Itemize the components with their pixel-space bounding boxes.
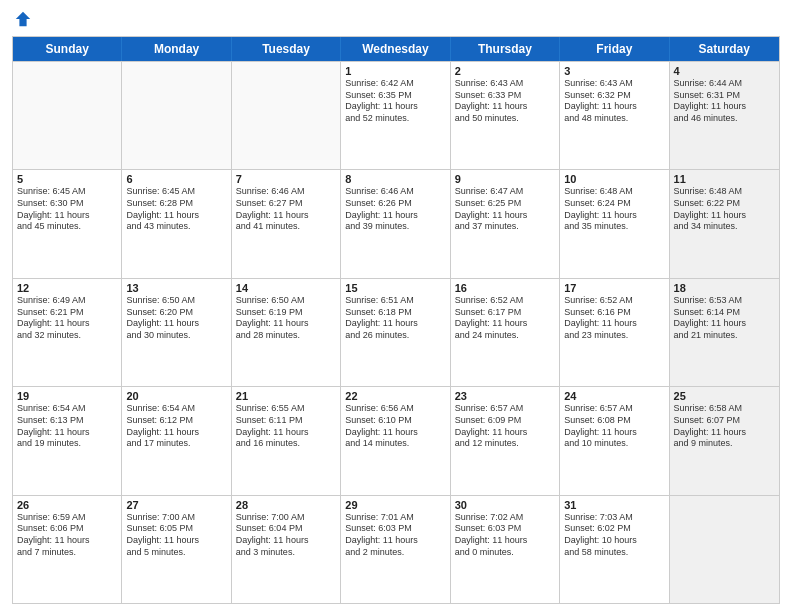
day-number: 13 [126, 282, 226, 294]
day-number: 21 [236, 390, 336, 402]
day-number: 6 [126, 173, 226, 185]
cell-details: Sunrise: 6:52 AM Sunset: 6:17 PM Dayligh… [455, 295, 555, 342]
calendar-cell: 19Sunrise: 6:54 AM Sunset: 6:13 PM Dayli… [13, 387, 122, 494]
calendar-container: SundayMondayTuesdayWednesdayThursdayFrid… [0, 0, 792, 612]
calendar-cell: 23Sunrise: 6:57 AM Sunset: 6:09 PM Dayli… [451, 387, 560, 494]
cell-details: Sunrise: 7:01 AM Sunset: 6:03 PM Dayligh… [345, 512, 445, 559]
calendar-cell: 14Sunrise: 6:50 AM Sunset: 6:19 PM Dayli… [232, 279, 341, 386]
day-number: 30 [455, 499, 555, 511]
cell-details: Sunrise: 7:00 AM Sunset: 6:04 PM Dayligh… [236, 512, 336, 559]
cell-details: Sunrise: 6:54 AM Sunset: 6:12 PM Dayligh… [126, 403, 226, 450]
cell-details: Sunrise: 6:48 AM Sunset: 6:22 PM Dayligh… [674, 186, 775, 233]
calendar-cell: 18Sunrise: 6:53 AM Sunset: 6:14 PM Dayli… [670, 279, 779, 386]
calendar-cell: 6Sunrise: 6:45 AM Sunset: 6:28 PM Daylig… [122, 170, 231, 277]
logo [12, 10, 32, 28]
day-number: 2 [455, 65, 555, 77]
day-number: 10 [564, 173, 664, 185]
header-cell-sunday: Sunday [13, 37, 122, 61]
calendar-body: 1Sunrise: 6:42 AM Sunset: 6:35 PM Daylig… [13, 61, 779, 603]
calendar-cell [670, 496, 779, 603]
calendar-cell: 2Sunrise: 6:43 AM Sunset: 6:33 PM Daylig… [451, 62, 560, 169]
calendar-cell: 1Sunrise: 6:42 AM Sunset: 6:35 PM Daylig… [341, 62, 450, 169]
calendar-cell: 12Sunrise: 6:49 AM Sunset: 6:21 PM Dayli… [13, 279, 122, 386]
day-number: 29 [345, 499, 445, 511]
calendar-cell [122, 62, 231, 169]
cell-details: Sunrise: 6:53 AM Sunset: 6:14 PM Dayligh… [674, 295, 775, 342]
cell-details: Sunrise: 6:44 AM Sunset: 6:31 PM Dayligh… [674, 78, 775, 125]
calendar-cell: 31Sunrise: 7:03 AM Sunset: 6:02 PM Dayli… [560, 496, 669, 603]
cell-details: Sunrise: 7:03 AM Sunset: 6:02 PM Dayligh… [564, 512, 664, 559]
calendar-cell: 5Sunrise: 6:45 AM Sunset: 6:30 PM Daylig… [13, 170, 122, 277]
header-cell-friday: Friday [560, 37, 669, 61]
calendar: SundayMondayTuesdayWednesdayThursdayFrid… [12, 36, 780, 604]
cell-details: Sunrise: 6:54 AM Sunset: 6:13 PM Dayligh… [17, 403, 117, 450]
calendar-cell: 27Sunrise: 7:00 AM Sunset: 6:05 PM Dayli… [122, 496, 231, 603]
calendar-header: SundayMondayTuesdayWednesdayThursdayFrid… [13, 37, 779, 61]
calendar-cell: 11Sunrise: 6:48 AM Sunset: 6:22 PM Dayli… [670, 170, 779, 277]
header-cell-tuesday: Tuesday [232, 37, 341, 61]
calendar-cell: 16Sunrise: 6:52 AM Sunset: 6:17 PM Dayli… [451, 279, 560, 386]
calendar-cell: 15Sunrise: 6:51 AM Sunset: 6:18 PM Dayli… [341, 279, 450, 386]
calendar-cell: 29Sunrise: 7:01 AM Sunset: 6:03 PM Dayli… [341, 496, 450, 603]
header-cell-wednesday: Wednesday [341, 37, 450, 61]
calendar-row: 26Sunrise: 6:59 AM Sunset: 6:06 PM Dayli… [13, 495, 779, 603]
header-cell-thursday: Thursday [451, 37, 560, 61]
day-number: 26 [17, 499, 117, 511]
cell-details: Sunrise: 6:43 AM Sunset: 6:33 PM Dayligh… [455, 78, 555, 125]
calendar-cell: 26Sunrise: 6:59 AM Sunset: 6:06 PM Dayli… [13, 496, 122, 603]
day-number: 3 [564, 65, 664, 77]
cell-details: Sunrise: 6:49 AM Sunset: 6:21 PM Dayligh… [17, 295, 117, 342]
day-number: 20 [126, 390, 226, 402]
day-number: 7 [236, 173, 336, 185]
header-cell-saturday: Saturday [670, 37, 779, 61]
calendar-cell: 9Sunrise: 6:47 AM Sunset: 6:25 PM Daylig… [451, 170, 560, 277]
cell-details: Sunrise: 6:58 AM Sunset: 6:07 PM Dayligh… [674, 403, 775, 450]
cell-details: Sunrise: 6:46 AM Sunset: 6:26 PM Dayligh… [345, 186, 445, 233]
cell-details: Sunrise: 6:43 AM Sunset: 6:32 PM Dayligh… [564, 78, 664, 125]
calendar-cell [232, 62, 341, 169]
calendar-cell: 10Sunrise: 6:48 AM Sunset: 6:24 PM Dayli… [560, 170, 669, 277]
calendar-cell: 25Sunrise: 6:58 AM Sunset: 6:07 PM Dayli… [670, 387, 779, 494]
cell-details: Sunrise: 6:45 AM Sunset: 6:30 PM Dayligh… [17, 186, 117, 233]
calendar-row: 1Sunrise: 6:42 AM Sunset: 6:35 PM Daylig… [13, 61, 779, 169]
cell-details: Sunrise: 6:56 AM Sunset: 6:10 PM Dayligh… [345, 403, 445, 450]
day-number: 12 [17, 282, 117, 294]
calendar-cell: 7Sunrise: 6:46 AM Sunset: 6:27 PM Daylig… [232, 170, 341, 277]
cell-details: Sunrise: 6:55 AM Sunset: 6:11 PM Dayligh… [236, 403, 336, 450]
cell-details: Sunrise: 6:42 AM Sunset: 6:35 PM Dayligh… [345, 78, 445, 125]
calendar-cell: 21Sunrise: 6:55 AM Sunset: 6:11 PM Dayli… [232, 387, 341, 494]
calendar-cell: 22Sunrise: 6:56 AM Sunset: 6:10 PM Dayli… [341, 387, 450, 494]
cell-details: Sunrise: 6:57 AM Sunset: 6:08 PM Dayligh… [564, 403, 664, 450]
logo-icon [14, 10, 32, 28]
cell-details: Sunrise: 6:59 AM Sunset: 6:06 PM Dayligh… [17, 512, 117, 559]
day-number: 23 [455, 390, 555, 402]
day-number: 27 [126, 499, 226, 511]
cell-details: Sunrise: 6:51 AM Sunset: 6:18 PM Dayligh… [345, 295, 445, 342]
svg-marker-0 [16, 12, 30, 26]
day-number: 22 [345, 390, 445, 402]
calendar-row: 5Sunrise: 6:45 AM Sunset: 6:30 PM Daylig… [13, 169, 779, 277]
cell-details: Sunrise: 6:52 AM Sunset: 6:16 PM Dayligh… [564, 295, 664, 342]
cell-details: Sunrise: 6:50 AM Sunset: 6:20 PM Dayligh… [126, 295, 226, 342]
day-number: 14 [236, 282, 336, 294]
day-number: 9 [455, 173, 555, 185]
day-number: 5 [17, 173, 117, 185]
header [12, 10, 780, 28]
day-number: 15 [345, 282, 445, 294]
calendar-cell: 13Sunrise: 6:50 AM Sunset: 6:20 PM Dayli… [122, 279, 231, 386]
day-number: 4 [674, 65, 775, 77]
calendar-cell: 17Sunrise: 6:52 AM Sunset: 6:16 PM Dayli… [560, 279, 669, 386]
cell-details: Sunrise: 6:45 AM Sunset: 6:28 PM Dayligh… [126, 186, 226, 233]
calendar-row: 19Sunrise: 6:54 AM Sunset: 6:13 PM Dayli… [13, 386, 779, 494]
day-number: 1 [345, 65, 445, 77]
day-number: 11 [674, 173, 775, 185]
day-number: 16 [455, 282, 555, 294]
calendar-cell: 3Sunrise: 6:43 AM Sunset: 6:32 PM Daylig… [560, 62, 669, 169]
day-number: 18 [674, 282, 775, 294]
calendar-row: 12Sunrise: 6:49 AM Sunset: 6:21 PM Dayli… [13, 278, 779, 386]
day-number: 19 [17, 390, 117, 402]
day-number: 28 [236, 499, 336, 511]
calendar-cell [13, 62, 122, 169]
cell-details: Sunrise: 7:02 AM Sunset: 6:03 PM Dayligh… [455, 512, 555, 559]
cell-details: Sunrise: 6:48 AM Sunset: 6:24 PM Dayligh… [564, 186, 664, 233]
